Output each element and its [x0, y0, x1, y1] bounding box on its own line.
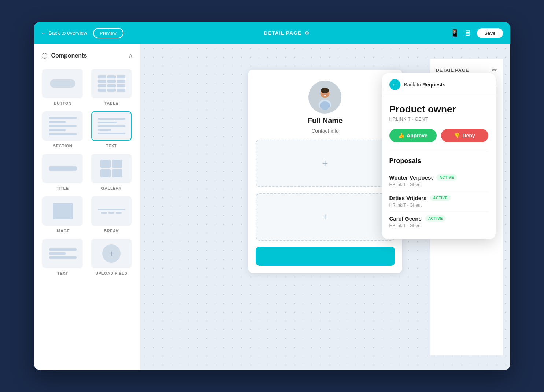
page-title: DETAIL PAGE ⚙	[129, 30, 445, 36]
app-container: ← Back to overview Preview DETAIL PAGE ⚙…	[34, 22, 510, 370]
proposals-title: Proposals	[389, 157, 488, 165]
table-label: TABLE	[104, 101, 118, 106]
cta-button[interactable]	[256, 247, 395, 266]
svg-point-6	[323, 92, 324, 93]
add-block-2[interactable]: +	[256, 193, 395, 241]
sidebar-header: ⬡ Components ∧	[41, 51, 133, 60]
mobile-icon[interactable]: 📱	[450, 29, 459, 37]
canvas-main-content: Full Name Contact info + +	[148, 59, 503, 355]
upload-label: UPLOAD FIELD	[95, 271, 127, 275]
component-upload[interactable]: ＋ UPLOAD FIELD	[90, 239, 133, 275]
component-gallery[interactable]: GALLERY	[90, 154, 133, 191]
profile-contact-info: Contact info	[311, 128, 339, 134]
proposal-name-1: Drties Vrijders	[389, 195, 427, 201]
avatar	[308, 81, 341, 114]
preview-content: Product owner HRLINKIT · GENT 👍 Approve …	[382, 96, 496, 239]
add-block-1[interactable]: +	[256, 140, 395, 187]
settings-icon[interactable]: ⚙	[304, 30, 310, 36]
component-break[interactable]: BREAK	[90, 196, 133, 233]
text2-label: TEXT	[57, 271, 68, 275]
preview-button[interactable]: Preview	[93, 28, 123, 38]
save-button[interactable]: Save	[477, 28, 503, 38]
gallery-preview	[91, 154, 132, 183]
proposal-name-2: Carol Geens	[389, 215, 422, 222]
profile-section: Full Name Contact info	[308, 81, 343, 134]
button-label: BUTTON	[54, 101, 72, 106]
table-preview	[91, 69, 132, 98]
back-link[interactable]: Requests	[422, 82, 445, 88]
collapse-sidebar-button[interactable]: ∧	[128, 52, 133, 60]
component-text2[interactable]: TEXT	[41, 239, 84, 275]
component-image[interactable]: IMAGE	[41, 196, 84, 233]
thumbs-down-icon: 👎	[454, 133, 460, 138]
component-section[interactable]: SECTION	[41, 111, 84, 148]
proposal-company-2: HRlinkIT · Ghent	[389, 223, 488, 228]
break-preview	[91, 196, 132, 226]
preview-back-bar: ← Back to Requests	[382, 73, 496, 96]
preview-panel: ← Back to Requests Product owner HRLINKI…	[382, 73, 496, 239]
button-preview	[42, 69, 83, 98]
component-text[interactable]: TEXT	[90, 111, 133, 148]
text-preview	[91, 111, 132, 141]
proposal-item-2: Carol Geens ACTIVE HRlinkIT · Ghent	[389, 212, 488, 232]
deny-button[interactable]: 👎 Deny	[441, 129, 488, 142]
image-label: IMAGE	[56, 229, 70, 233]
svg-point-7	[326, 92, 327, 93]
proposal-name-0: Wouter Verpoest	[389, 174, 433, 181]
section-label: SECTION	[53, 144, 72, 148]
active-badge-2: ACTIVE	[425, 215, 446, 222]
component-table[interactable]: TABLE	[90, 69, 133, 106]
break-label: BREAK	[104, 229, 119, 233]
page-card: Full Name Contact info + +	[248, 70, 402, 273]
active-badge-0: ACTIVE	[436, 174, 457, 181]
add-icon-2: +	[322, 211, 328, 223]
proposals-section: Proposals Wouter Verpoest ACTIVE HRlinkI…	[389, 151, 488, 232]
svg-point-4	[320, 101, 330, 110]
top-nav: ← Back to overview Preview DETAIL PAGE ⚙…	[34, 22, 510, 44]
text-label: TEXT	[106, 144, 117, 148]
company-info: HRLINKIT · GENT	[389, 117, 488, 122]
component-button[interactable]: BUTTON	[41, 69, 84, 106]
back-to-overview-button[interactable]: ← Back to overview	[41, 30, 88, 36]
button-shape	[50, 79, 75, 88]
content-area: ⬡ Components ∧ BUTTON	[34, 44, 510, 370]
back-arrow-button[interactable]: ←	[389, 79, 400, 90]
active-badge-1: ACTIVE	[430, 195, 451, 201]
svg-point-2	[321, 88, 329, 93]
action-buttons: 👍 Approve 👎 Deny	[389, 129, 488, 142]
component-title[interactable]: TITLE	[41, 154, 84, 191]
sidebar-title: Components	[51, 52, 87, 59]
back-text: Back to Requests	[404, 82, 446, 88]
proposal-company-0: HRlinkIT · Ghent	[389, 182, 488, 187]
thumbs-up-icon: 👍	[398, 133, 404, 138]
gallery-label: GALLERY	[101, 186, 122, 191]
approve-button[interactable]: 👍 Approve	[389, 129, 437, 142]
arrow-left-icon: ←	[41, 30, 47, 36]
add-icon-1: +	[322, 158, 328, 169]
upload-preview: ＋	[91, 239, 132, 268]
text2-preview	[42, 239, 83, 268]
desktop-icon[interactable]: 🖥	[464, 29, 471, 37]
job-title: Product owner	[389, 104, 488, 115]
image-preview	[42, 196, 83, 226]
avatar-image	[312, 82, 338, 112]
title-preview	[42, 154, 83, 183]
proposal-company-1: HRlinkIT · Ghent	[389, 203, 488, 208]
canvas-area: Full Name Contact info + +	[140, 44, 510, 370]
components-icon: ⬡	[41, 51, 48, 60]
title-label: TITLE	[56, 186, 69, 191]
nav-icons: 📱 🖥	[450, 29, 471, 37]
profile-full-name: Full Name	[308, 117, 343, 125]
components-sidebar: ⬡ Components ∧ BUTTON	[34, 44, 140, 370]
section-preview	[42, 111, 83, 141]
proposal-item-0: Wouter Verpoest ACTIVE HRlinkIT · Ghent	[389, 171, 488, 191]
components-grid: BUTTON TABLE	[41, 69, 133, 275]
proposal-item-1: Drties Vrijders ACTIVE HRlinkIT · Ghent	[389, 191, 488, 212]
